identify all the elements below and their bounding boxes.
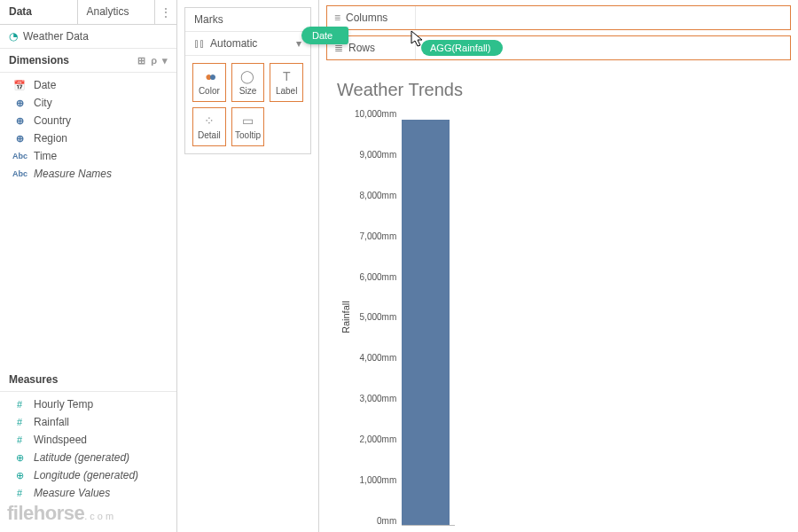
globe-icon: ⊕ [12,470,27,481]
globe-icon: ⊕ [12,452,27,464]
viz-title[interactable]: Weather Trends [337,80,780,100]
dimensions-menu-icon[interactable]: ▾ [162,55,168,66]
columns-shelf[interactable]: ≡Columns [326,5,791,30]
hash-icon: # [12,399,27,410]
tab-analytics[interactable]: Analytics [78,0,156,24]
marks-type-dropdown[interactable]: ⫿⫿ Automatic ▾ [185,31,310,56]
hash-icon: # [12,488,27,498]
columns-label: Columns [346,12,387,24]
marks-tooltip-button[interactable]: ▭Tooltip [231,107,265,146]
y-axis-ticks: 10,000mm 9,000mm 8,000mm 7,000mm 6,000mm… [355,109,402,526]
globe-icon: ⊕ [12,115,27,127]
detail-icon: ⁘ [204,113,215,128]
abc-icon: Abc [12,169,27,178]
field-time[interactable]: AbcTime [0,147,176,165]
marks-label-button[interactable]: TLabel [270,63,303,102]
columns-icon: ≡ [334,12,340,24]
field-rainfall[interactable]: #Rainfall [0,413,176,431]
cursor-icon [411,30,425,48]
calendar-icon: 📅 [12,80,27,91]
bar-rainfall[interactable] [402,120,450,525]
hash-icon: # [12,434,27,445]
datasource-item[interactable]: ◔ Weather Data [0,25,176,49]
marks-size-button[interactable]: ◯Size [231,63,265,102]
label-icon: T [283,69,291,83]
field-measure-values[interactable]: #Measure Values [0,484,176,502]
globe-icon: ⊕ [12,98,27,109]
marks-type-label: Automatic [210,37,257,50]
rows-shelf[interactable]: ≣Rows AGG(Rainfall) [326,35,791,60]
tab-menu-icon[interactable]: ⋮ [155,0,176,24]
datasource-name: Weather Data [23,30,89,43]
hash-icon: # [12,417,27,427]
marks-color-button[interactable]: ●●Color [192,63,226,102]
measures-header: Measures [9,373,58,386]
globe-icon: ⊕ [12,133,27,145]
field-hourly-temp[interactable]: #Hourly Temp [0,395,176,413]
rows-pill-agg-rainfall[interactable]: AGG(Rainfall) [421,40,503,56]
field-country[interactable]: ⊕Country [0,112,176,129]
drag-pill-date[interactable]: Date [301,27,348,44]
chevron-down-icon: ▾ [296,37,301,50]
marks-detail-button[interactable]: ⁘Detail [192,107,226,146]
y-axis-label: Rainfall [337,109,355,526]
bar-icon: ⫿⫿ [194,37,205,50]
field-date[interactable]: 📅Date [0,76,176,94]
field-city[interactable]: ⊕City [0,94,176,112]
tooltip-icon: ▭ [242,113,254,128]
dimensions-list: 📅Date ⊕City ⊕Country ⊕Region AbcTime Abc… [0,73,176,186]
dimensions-header: Dimensions [9,54,69,66]
field-longitude[interactable]: ⊕Longitude (generated) [0,466,176,484]
color-icon: ●● [205,69,213,83]
datasource-icon: ◔ [9,30,18,43]
size-icon: ◯ [240,69,254,83]
marks-title: Marks [185,8,310,31]
field-region[interactable]: ⊕Region [0,129,176,147]
abc-icon: Abc [12,152,27,160]
field-windspeed[interactable]: #Windspeed [0,431,176,449]
chart-area[interactable]: Rainfall 10,000mm 9,000mm 8,000mm 7,000m… [337,109,780,526]
rows-label: Rows [348,42,375,54]
search-icon[interactable]: ρ [151,55,157,66]
measures-list: #Hourly Temp #Rainfall #Windspeed ⊕Latit… [0,392,176,505]
field-latitude[interactable]: ⊕Latitude (generated) [0,449,176,466]
tab-data[interactable]: Data [0,0,78,24]
view-grid-icon[interactable]: ⊞ [137,55,145,66]
field-measure-names[interactable]: AbcMeasure Names [0,165,176,183]
